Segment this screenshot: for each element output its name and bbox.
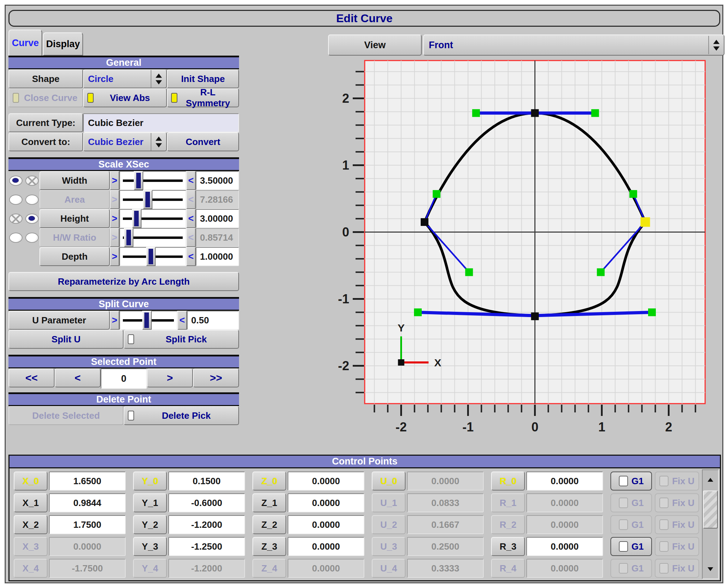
u-parameter-slider-right-arrow[interactable]: < bbox=[177, 311, 187, 330]
slider-track-height[interactable] bbox=[119, 209, 186, 228]
cp-field-y-0[interactable]: 0.1500 bbox=[168, 472, 245, 491]
previous-point-button[interactable]: < bbox=[55, 368, 101, 387]
control-point-handle[interactable] bbox=[433, 190, 440, 198]
slider-left-arrow-height[interactable]: > bbox=[110, 209, 119, 228]
init-shape-button[interactable]: Init Shape bbox=[167, 69, 239, 88]
curve-anchor-point[interactable] bbox=[421, 218, 428, 226]
cp-field-y-3[interactable]: -1.2500 bbox=[168, 537, 245, 556]
cp-label-z-2[interactable]: Z_2 bbox=[252, 515, 286, 534]
curve-anchor-point[interactable] bbox=[531, 109, 539, 117]
control-point-handle[interactable] bbox=[465, 268, 473, 276]
cp-label-y-0[interactable]: Y_0 bbox=[133, 472, 167, 491]
delete-pick-checkbox[interactable]: Delete Pick bbox=[124, 406, 239, 425]
cp-label-x-1[interactable]: X_1 bbox=[14, 493, 48, 512]
u-parameter-slider-thumb[interactable] bbox=[142, 311, 152, 330]
control-point-handle[interactable] bbox=[472, 109, 480, 117]
view-button[interactable]: View bbox=[328, 34, 422, 56]
table-scrollbar[interactable] bbox=[702, 469, 719, 579]
cp-field-x-1[interactable]: 0.9844 bbox=[49, 493, 126, 512]
scrollbar-down-button[interactable] bbox=[703, 560, 718, 578]
slider-thumb-height[interactable] bbox=[132, 209, 142, 228]
curve-anchor-point[interactable] bbox=[531, 312, 539, 320]
slider-right-arrow-height[interactable]: < bbox=[186, 209, 196, 228]
cp-label-y-3[interactable]: Y_3 bbox=[133, 537, 167, 556]
convert-button[interactable]: Convert bbox=[167, 132, 239, 151]
g1-checkbox-row0[interactable]: G1 bbox=[610, 472, 652, 491]
reparameterize-button[interactable]: Reparameterize by Arc Length bbox=[8, 272, 239, 291]
last-point-button[interactable]: >> bbox=[193, 368, 239, 387]
slider-left-arrow-width[interactable]: > bbox=[110, 171, 119, 190]
driver-radio-h-w-ratio-2[interactable] bbox=[25, 233, 39, 243]
cp-field-y-1[interactable]: -0.6000 bbox=[168, 493, 245, 512]
shape-dropdown[interactable]: Circle bbox=[83, 69, 167, 88]
split-u-button[interactable]: Split U bbox=[8, 330, 124, 349]
driver-radio-area-1[interactable] bbox=[9, 195, 23, 205]
slider-value-width[interactable]: 3.50000 bbox=[196, 171, 239, 190]
scrollbar-up-button[interactable] bbox=[703, 470, 718, 489]
cp-label-u-2: U_2 bbox=[372, 515, 406, 534]
delete-pick-checkbox-icon bbox=[128, 411, 134, 421]
selected-point-index-field[interactable]: 0 bbox=[101, 368, 147, 389]
rl-symmetry-checkbox[interactable]: R-L Symmetry bbox=[167, 88, 239, 107]
slider-right-arrow-depth[interactable]: < bbox=[186, 247, 196, 266]
first-point-button[interactable]: << bbox=[8, 368, 55, 387]
slider-left-arrow-depth[interactable]: > bbox=[110, 247, 119, 266]
control-point-handle[interactable] bbox=[648, 309, 656, 316]
cp-label-r-3[interactable]: R_3 bbox=[491, 537, 525, 556]
cp-field-y-2[interactable]: -1.2000 bbox=[168, 515, 245, 534]
control-point-handle[interactable] bbox=[629, 190, 637, 198]
control-point-handle[interactable] bbox=[414, 309, 422, 316]
cp-field-r-0[interactable]: 0.0000 bbox=[526, 472, 603, 491]
slider-thumb-width[interactable] bbox=[134, 171, 143, 190]
slider-track-width[interactable] bbox=[119, 171, 186, 190]
cp-field-x-0[interactable]: 1.6500 bbox=[49, 472, 126, 491]
cp-label-r-0[interactable]: R_0 bbox=[491, 472, 525, 491]
view-abs-checkbox-icon bbox=[87, 93, 94, 103]
control-point-handle[interactable] bbox=[591, 109, 599, 117]
tab-curve[interactable]: Curve bbox=[8, 30, 42, 56]
convert-dropdown-stepper[interactable] bbox=[151, 133, 166, 151]
cp-label-x-2[interactable]: X_2 bbox=[14, 515, 48, 534]
slider-right-arrow-width[interactable]: < bbox=[186, 171, 196, 190]
split-pick-checkbox[interactable]: Split Pick bbox=[124, 330, 239, 349]
shape-button[interactable]: Shape bbox=[8, 69, 83, 88]
cp-field-z-1[interactable]: 0.0000 bbox=[288, 493, 364, 512]
convert-to-button: Convert to: bbox=[8, 132, 83, 151]
u-parameter-value-field[interactable]: 0.50 bbox=[187, 311, 239, 330]
cp-field-z-2[interactable]: 0.0000 bbox=[288, 515, 364, 534]
cp-label-u-0[interactable]: U_0 bbox=[372, 472, 406, 491]
cp-label-x-0[interactable]: X_0 bbox=[14, 472, 48, 491]
tab-display[interactable]: Display bbox=[43, 32, 83, 56]
view-dropdown-stepper[interactable] bbox=[708, 36, 724, 54]
shape-dropdown-stepper[interactable] bbox=[151, 70, 166, 88]
control-point-handle[interactable] bbox=[597, 268, 605, 276]
g1-label: G1 bbox=[632, 498, 644, 508]
u-parameter-slider-left-arrow[interactable]: > bbox=[110, 311, 119, 330]
cp-field-r-3[interactable]: 0.0000 bbox=[526, 537, 603, 556]
cp-label-z-1[interactable]: Z_1 bbox=[252, 493, 286, 512]
scrollbar-thumb[interactable] bbox=[703, 491, 718, 529]
driver-radio-height-2[interactable] bbox=[25, 214, 39, 224]
next-point-button[interactable]: > bbox=[147, 368, 193, 387]
cp-field-x-2[interactable]: 1.7500 bbox=[49, 515, 126, 534]
slider-track-depth[interactable] bbox=[119, 247, 186, 266]
view-dropdown[interactable]: Front bbox=[423, 34, 724, 56]
slider-value-height[interactable]: 3.00000 bbox=[196, 209, 239, 228]
driver-radio-width-1[interactable] bbox=[9, 176, 23, 186]
slider-thumb-depth[interactable] bbox=[146, 247, 156, 266]
selected-control-point[interactable] bbox=[641, 217, 650, 227]
cp-field-z-3[interactable]: 0.0000 bbox=[288, 537, 364, 556]
curve-editor-canvas[interactable]: 210-1-2-2-1012YX bbox=[320, 53, 721, 447]
cp-field-z-0[interactable]: 0.0000 bbox=[288, 472, 364, 491]
g1-checkbox-row3[interactable]: G1 bbox=[610, 537, 652, 556]
cp-label-z-3[interactable]: Z_3 bbox=[252, 537, 286, 556]
view-abs-checkbox[interactable]: View Abs bbox=[83, 88, 167, 107]
slider-value-depth[interactable]: 1.00000 bbox=[196, 247, 239, 266]
driver-radio-h-w-ratio-1[interactable] bbox=[9, 233, 23, 243]
convert-to-dropdown[interactable]: Cubic Bezier bbox=[83, 132, 167, 151]
cp-label-y-1[interactable]: Y_1 bbox=[133, 493, 167, 512]
cp-label-y-2[interactable]: Y_2 bbox=[133, 515, 167, 534]
u-parameter-slider-track[interactable] bbox=[119, 311, 177, 330]
cp-label-z-0[interactable]: Z_0 bbox=[252, 472, 286, 491]
driver-radio-area-2[interactable] bbox=[25, 195, 39, 205]
